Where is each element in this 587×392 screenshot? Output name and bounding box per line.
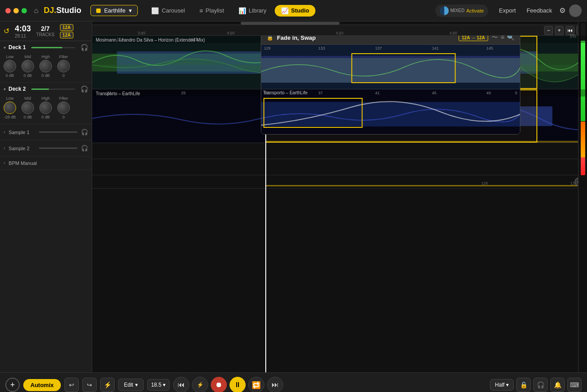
bpm-track: 126 125 — [92, 175, 587, 189]
maximize-btn[interactable] — [21, 8, 27, 13]
time-block: 4:03 29:11 — [15, 24, 31, 38]
deck1-headphone-icon[interactable]: 🎧 — [81, 44, 88, 51]
settings-icon[interactable]: ⚙ — [559, 6, 566, 15]
bell-button[interactable]: 🔔 — [550, 378, 565, 392]
mixed-inkey[interactable]: MIXED Activate — [435, 4, 489, 17]
studio-icon: 📈 — [281, 7, 289, 14]
deck2-high-val: 0 dB — [42, 115, 50, 119]
feedback-button[interactable]: Feedback — [523, 5, 556, 16]
deck2-headphone-icon[interactable]: 🎧 — [81, 85, 88, 93]
popup-zoom-icon[interactable]: 🔍 — [507, 36, 515, 42]
edit-button[interactable]: Edit ▾ — [118, 379, 144, 391]
skip-back-button[interactable]: ⏮ — [566, 26, 574, 35]
deck2-track-name-area: Transporto – EarthLife — [96, 90, 140, 97]
deck2-mid-knob-dial[interactable] — [21, 101, 34, 114]
deck2-high-knob-dial[interactable] — [39, 101, 52, 114]
zoom-out-button[interactable]: − — [544, 26, 553, 35]
svg-rect-10 — [261, 102, 520, 126]
keyboard-button[interactable]: ⌨ — [567, 378, 582, 392]
lock-button[interactable]: 🔒 — [516, 378, 531, 392]
skip-to-start-button[interactable]: ⏮ — [173, 377, 189, 392]
sample2-headphone-icon[interactable]: 🎧 — [81, 145, 88, 152]
deck1-label: Deck 1 — [9, 44, 26, 51]
deck2-filter-knob[interactable]: Filter 0 — [57, 96, 70, 119]
popup-waveform-icon[interactable]: 〜 — [492, 36, 498, 42]
activate-link[interactable]: Activate — [466, 8, 484, 13]
left-panel: ↺ 4:03 29:11 2/7 TRACKS 12A 12A ▾ Deck 1… — [0, 21, 92, 372]
deck2-volume-slider[interactable] — [31, 89, 75, 90]
sample1-row: › Sample 1 🎧 — [0, 124, 92, 140]
sample1-chevron[interactable]: › — [4, 130, 5, 135]
loop-button[interactable]: 🔁 — [248, 377, 264, 392]
close-btn[interactable] — [5, 8, 11, 13]
headphone-monitor-button[interactable]: 🎧 — [533, 378, 548, 392]
deck1-high-val: 0 dB — [42, 73, 50, 78]
automix-button[interactable]: Automix — [23, 379, 61, 391]
clock-icon: ↺ — [4, 27, 9, 35]
pause-button[interactable]: ⏸ — [230, 377, 246, 392]
export-button[interactable]: Export — [495, 5, 519, 16]
vu-meter — [578, 21, 587, 372]
deck1-mid-knob-dial[interactable] — [21, 60, 34, 72]
tab-studio[interactable]: 📈 Studio — [275, 5, 315, 17]
popup-list-icon[interactable]: ≡ — [501, 36, 504, 42]
deck1-track-name-area: Mosimann, Leandro Da Silva – Horizon (Ex… — [96, 37, 205, 43]
deck1-volume-slider[interactable] — [31, 47, 75, 48]
record-button[interactable]: ⏺ — [211, 377, 227, 392]
key-badge-1: 12A — [60, 24, 73, 31]
deck1-mid-knob[interactable]: Mid 0 dB — [21, 55, 34, 78]
bpm-line — [265, 185, 587, 186]
redo-button[interactable]: ↪ — [82, 378, 97, 392]
home-button[interactable]: ⌂ — [34, 7, 38, 15]
skip-to-end-button[interactable]: ⏭ — [267, 377, 283, 392]
deck2-low-knob[interactable]: Low -28 dB — [4, 96, 16, 119]
sample2-track — [92, 159, 587, 175]
deck1-filter-knob[interactable]: Filter 0 — [57, 55, 70, 78]
deck1-low-knob[interactable]: Low 0 dB — [4, 55, 16, 78]
sample2-slider[interactable] — [39, 148, 77, 149]
deck1-filter-knob-dial[interactable] — [57, 60, 70, 72]
timeline-scrollbar[interactable] — [92, 21, 587, 25]
half-selector[interactable]: Half ▾ — [490, 379, 514, 391]
popup-title: Fade in, Swap — [277, 36, 455, 41]
deck1-high-knob-dial[interactable] — [39, 60, 52, 72]
nav-tabs: ⬜ Carousel ≡ Playlist 📊 Library 📈 Studio — [145, 5, 431, 17]
deck2-filter-val: 0 — [62, 115, 64, 119]
sample1-slider[interactable] — [39, 131, 77, 133]
deck1-chevron[interactable]: ▾ — [4, 45, 6, 50]
project-selector[interactable]: Earthlife ▾ — [90, 5, 138, 16]
deck2-low-knob-dial[interactable] — [4, 101, 16, 114]
deck2-label: Deck 2 — [9, 86, 26, 92]
tab-library[interactable]: 📊 Library — [232, 5, 273, 17]
undo-button[interactable]: ↩ — [64, 378, 79, 392]
svg-rect-7 — [261, 56, 520, 83]
avatar[interactable] — [569, 4, 582, 17]
add-button[interactable]: + — [5, 378, 20, 392]
sample2-chevron[interactable]: › — [4, 146, 5, 151]
deck2-chevron[interactable]: ▾ — [4, 87, 6, 92]
bpm-selector[interactable]: 18.5 ▾ — [147, 379, 170, 391]
sample1-headphone-icon[interactable]: 🎧 — [81, 129, 88, 135]
deck2-high-knob[interactable]: High 0 dB — [39, 96, 52, 119]
key-badge-2: 12A — [60, 32, 73, 38]
bpm-chevron[interactable]: › — [4, 160, 5, 165]
tab-playlist[interactable]: ≡ Playlist — [193, 5, 230, 17]
zoom-in-button[interactable]: + — [555, 26, 564, 35]
deck2-low-val: -28 dB — [4, 115, 16, 119]
chevron-down-icon: ▾ — [129, 7, 132, 14]
deck2-filter-knob-dial[interactable] — [57, 101, 70, 114]
popup-header: 🔒 Fade in, Swap 12A → 12A 〜 ≡ 🔍 — [261, 36, 520, 45]
magnet-button[interactable]: ⚡ — [100, 378, 115, 392]
vu-red-zone — [581, 157, 585, 175]
deck1-high-knob[interactable]: High 0 dB — [39, 55, 52, 78]
cue-button[interactable]: ⚡ — [192, 377, 208, 392]
bpm-value: 18.5 — [151, 382, 162, 388]
deck1-low-knob-dial[interactable] — [4, 60, 16, 72]
bpm-chevron-icon: ▾ — [163, 382, 166, 388]
sample1-track — [92, 143, 587, 159]
minimize-btn[interactable] — [13, 8, 19, 13]
scrollbar-thumb[interactable] — [241, 22, 340, 25]
main-area: ↺ 4:03 29:11 2/7 TRACKS 12A 12A ▾ Deck 1… — [0, 21, 587, 372]
deck2-mid-knob[interactable]: Mid 0 dB — [21, 96, 34, 119]
tab-carousel[interactable]: ⬜ Carousel — [145, 5, 191, 17]
